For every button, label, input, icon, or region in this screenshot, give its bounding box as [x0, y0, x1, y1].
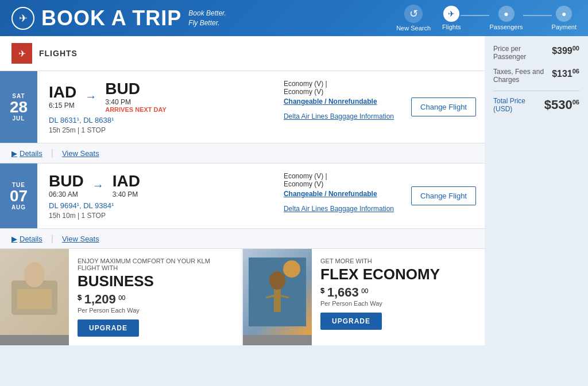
upsell-economy-image: [243, 249, 312, 345]
taxes-value: $13106: [552, 68, 579, 79]
new-search-label: New Search: [396, 25, 431, 32]
flight2-day-num: 07: [10, 188, 28, 204]
flight1-class2: Economy (V): [284, 88, 394, 96]
upsell-business-class: BUSINESS: [78, 274, 233, 288]
logo-circle-icon: ✈: [11, 7, 34, 30]
upsell-economy-price-whole: 1,663: [327, 285, 359, 299]
flight2-details-link[interactable]: ▶ Details: [11, 235, 42, 243]
flight2-changeable-link[interactable]: Changeable / Nonrefundable: [284, 190, 394, 198]
svg-point-6: [269, 271, 285, 290]
upsell-business-card: ENJOY MAXIMUM COMFORT ON YOUR KLM FLIGHT…: [0, 249, 242, 345]
flight1-info: IAD 6:15 PM → BUD 3:40 PM ARRIVES NEXT D…: [37, 71, 275, 143]
upsell-economy-content: GET MORE WITH FLEX ECONOMY $ 1,663 00 Pe…: [312, 249, 485, 345]
flight1-meta: 15h 25m | 1 STOP: [49, 126, 264, 134]
upsell-business-price-whole: 1,209: [84, 292, 116, 306]
content-area: ✈ FLIGHTS SAT 28 JUL IAD 6:15 PM → BUD: [0, 36, 485, 386]
flight1-changeable-link[interactable]: Changeable / Nonrefundable: [284, 98, 394, 106]
route-arrow-icon: →: [85, 90, 96, 103]
flight1-change-col: Change Flight: [403, 71, 485, 143]
flights-step-label: Flights: [442, 24, 461, 30]
flight2-class1: Economy (V) |: [284, 172, 394, 180]
total-price-area: Total Price (USD) $53006: [493, 91, 579, 113]
economy-image-placeholder: [243, 249, 312, 335]
upgrade-business-button[interactable]: UPGRADE: [78, 319, 139, 337]
upsell-economy-class: FLEX ECONOMY: [320, 267, 476, 282]
dollar-sign-1: $: [78, 293, 82, 302]
flight2-month: AUG: [11, 204, 26, 210]
sidebar-pricing: Price per Passenger $39900 Taxes, Fees a…: [485, 36, 588, 386]
flight1-view-seats-link[interactable]: View Seats: [62, 149, 99, 158]
step-line-1: [461, 15, 489, 16]
flight1-dest: BUD 3:40 PM ARRIVES NEXT DAY: [105, 80, 167, 113]
flight1-details-bar: ▶ Details | View Seats: [0, 143, 485, 163]
price-per-passenger-cents: 00: [572, 45, 579, 52]
business-image-placeholder: [0, 249, 69, 335]
flight2-meta: 15h 10m | 1 STOP: [49, 212, 264, 220]
flight2-class-info: Economy (V) | Economy (V) Changeable / N…: [275, 163, 403, 228]
total-dollars: $530: [544, 98, 572, 112]
flight2-view-seats-link[interactable]: View Seats: [62, 235, 99, 243]
change-flight-1-button[interactable]: Change Flight: [411, 98, 476, 116]
flight2-dest: IAD 3:40 PM: [113, 172, 140, 198]
flight2-date: TUE 07 AUG: [0, 163, 37, 228]
upsell-section: ENJOY MAXIMUM COMFORT ON YOUR KLM FLIGHT…: [0, 249, 485, 345]
flight2-details-label: Details: [20, 235, 42, 243]
taxes-dollars: $131: [552, 69, 572, 79]
passengers-step-circle: ●: [498, 6, 514, 22]
plane-icon: ✈: [18, 48, 26, 59]
passengers-step[interactable]: ● Passengers: [489, 6, 523, 30]
flight2-change-col: Change Flight: [403, 163, 485, 228]
flight2-class2: Economy (V): [284, 180, 394, 188]
new-search-button[interactable]: ↺ New Search: [385, 5, 442, 32]
logo-title: BOOK A TRIP: [41, 6, 181, 30]
upsell-economy-card: GET MORE WITH FLEX ECONOMY $ 1,663 00 Pe…: [243, 249, 485, 345]
route-arrow-2-icon: →: [92, 179, 104, 192]
flight-row-1: SAT 28 JUL IAD 6:15 PM → BUD 3:40 PM ARR…: [0, 71, 485, 143]
header-nav: ↺ New Search ✈ Flights ● Passengers ● Pa…: [385, 5, 577, 32]
upsell-business-price: $ 1,209 00: [78, 292, 233, 307]
total-price-value: $53006: [544, 98, 579, 112]
flight1-origin: IAD 6:15 PM: [49, 83, 76, 110]
flight1-baggage-link[interactable]: Delta Air Lines Baggage Information: [284, 112, 394, 120]
tagline-line2: Fly Better.: [188, 18, 226, 28]
taxes-cents: 06: [572, 68, 579, 75]
upsell-economy-price-cents: 00: [361, 287, 368, 294]
upsell-business-content: ENJOY MAXIMUM COMFORT ON YOUR KLM FLIGHT…: [69, 249, 242, 345]
flight1-numbers: DL 8631¹, DL 8638¹: [49, 116, 264, 124]
chevron-right-2-icon: ▶: [11, 235, 17, 243]
flights-step[interactable]: ✈ Flights: [442, 6, 461, 30]
upsell-business-image: [0, 249, 69, 345]
payment-step-circle: ●: [556, 6, 572, 22]
flight1-day-num: 28: [10, 99, 28, 115]
flights-header-icon: ✈: [11, 43, 32, 64]
flight1-class-info: Economy (V) | Economy (V) Changeable / N…: [275, 71, 403, 143]
total-price-label: Total Price (USD): [493, 97, 544, 113]
payment-step[interactable]: ● Payment: [552, 6, 577, 30]
logo-tagline: Book Better. Fly Better.: [188, 9, 226, 28]
price-per-passenger-label: Price per Passenger: [493, 45, 551, 61]
taxes-label: Taxes, Fees and Charges: [493, 68, 551, 84]
flight2-origin: BUD 06:30 AM: [49, 172, 84, 198]
svg-point-1: [24, 262, 45, 287]
main-layout: ✈ FLIGHTS SAT 28 JUL IAD 6:15 PM → BUD: [0, 36, 588, 386]
chevron-right-icon: ▶: [11, 149, 17, 158]
passengers-step-label: Passengers: [489, 24, 523, 30]
upgrade-economy-button[interactable]: UPGRADE: [320, 313, 382, 330]
upsell-economy-per-person: Per Person Each Way: [320, 300, 476, 307]
flight1-date: SAT 28 JUL: [0, 71, 37, 143]
upsell-economy-eyebrow: GET MORE WITH: [320, 258, 476, 264]
flight1-arrive-time: 3:40 PM: [105, 98, 167, 106]
flight1-depart-time: 6:15 PM: [49, 102, 76, 110]
flight1-dest-code: BUD: [105, 80, 167, 98]
upsell-business-eyebrow: ENJOY MAXIMUM COMFORT ON YOUR KLM FLIGHT…: [78, 258, 233, 271]
flight2-baggage-link[interactable]: Delta Air Lines Baggage Information: [284, 205, 394, 213]
svg-rect-5: [274, 289, 281, 312]
flight1-details-link[interactable]: ▶ Details: [11, 149, 42, 158]
logo: ✈ BOOK A TRIP Book Better. Fly Better.: [11, 6, 226, 30]
tagline-line1: Book Better.: [188, 9, 226, 18]
flight1-month: JUL: [13, 115, 25, 122]
price-per-passenger-item: Price per Passenger $39900: [493, 45, 579, 61]
header: ✈ BOOK A TRIP Book Better. Fly Better. ↺…: [0, 0, 588, 36]
change-flight-2-button[interactable]: Change Flight: [411, 186, 476, 205]
total-cents: 06: [572, 99, 579, 106]
